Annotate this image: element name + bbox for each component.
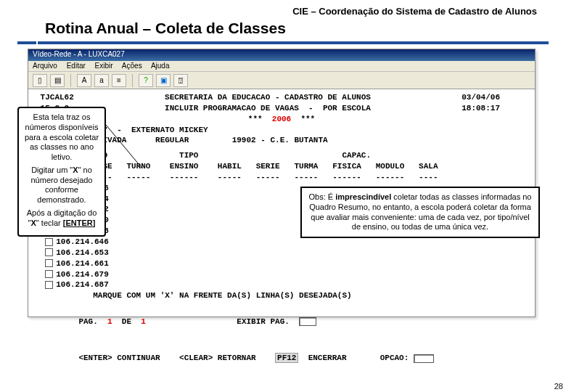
toolbar-button[interactable]: ≡ — [112, 74, 126, 87]
window-menubar[interactable]: Arquivo Editar Exibir Ações Ajuda — [28, 61, 535, 72]
toolbar-button[interactable]: ? — [139, 74, 153, 87]
row-number: 106.214.653 — [56, 248, 109, 257]
row-checkbox[interactable] — [45, 270, 53, 278]
svg-line-0 — [106, 125, 142, 168]
table-row: 106.214.687 — [36, 279, 528, 290]
annotation-left: Esta tela traz os números disponíveis pa… — [17, 107, 106, 237]
row-checkbox[interactable] — [45, 238, 53, 246]
term-year: *** 2006 *** — [36, 114, 528, 125]
table-row: 106.214.653 — [36, 248, 528, 258]
table-row: 106.214.679 — [36, 269, 528, 280]
term-mark-instruction: MARQUE COM UM 'X' NA FRENTE DA(S) LINHA(… — [36, 290, 528, 301]
annotation-lead-line — [106, 125, 142, 190]
table-row: 106.214.646 — [36, 237, 528, 248]
menu-exibir[interactable]: Exibir — [95, 62, 113, 70]
header-cie: CIE – Coordenação do Sistema de Cadastro… — [0, 0, 566, 20]
row-checkbox[interactable] — [45, 281, 53, 289]
row-number: 106.214.687 — [56, 280, 109, 289]
exibir-pag-input[interactable] — [299, 317, 316, 326]
toolbar-button[interactable]: ▣ — [156, 74, 171, 87]
stage: Esta tela traz os números disponíveis pa… — [17, 49, 549, 324]
toolbar-button[interactable]: a — [94, 74, 109, 87]
annot-left-p3: Após a digitação do "X" teclar [ENTER] — [22, 208, 102, 229]
table-row: 106.214.661 — [36, 258, 528, 269]
toolbar-button[interactable]: ▤ — [50, 74, 65, 87]
row-checkbox[interactable] — [45, 248, 53, 256]
toolbar-button[interactable]: A — [77, 74, 91, 87]
term-pagination: PAG. 1 DE 1 EXIBIR PAG. — [36, 306, 528, 338]
annot-left-p2: Digitar um "X" no número desejado confor… — [22, 166, 102, 205]
menu-ajuda[interactable]: Ajuda — [151, 62, 170, 70]
opcao-input[interactable] — [414, 354, 434, 363]
toolbar-button[interactable]: ⍰ — [173, 74, 188, 87]
slide-number: 28 — [554, 382, 563, 391]
annot-left-p1: Esta tela traz os números disponíveis pa… — [22, 113, 102, 163]
term-header-1: TJCAL62SECRETARIA DA EDUCACAO - CADASTRO… — [36, 92, 528, 103]
menu-arquivo[interactable]: Arquivo — [33, 62, 57, 70]
toolbar-button[interactable]: ▯ — [33, 74, 47, 87]
term-header-2: 15.2.2INCLUIR PROGRAMACAO DE VAGAS - POR… — [36, 103, 528, 114]
row-number: 106.214.661 — [56, 259, 109, 268]
menu-acoes[interactable]: Ações — [122, 62, 142, 70]
pf12-key: PF12 — [275, 353, 298, 363]
window-titlebar: Vídeo-Rede - A - LUXCA027 — [28, 49, 535, 61]
page-title: Rotina Anual – Coleta de Classes — [0, 20, 566, 41]
row-number: 106.214.646 — [56, 237, 109, 246]
window-toolbar: ▯ ▤ A a ≡ ? ▣ ⍰ — [28, 72, 535, 89]
title-rule — [17, 41, 549, 44]
row-number: 106.214.679 — [56, 270, 109, 279]
term-footer: <ENTER> CONTINUAR <CLEAR> RETORNAR PF12 … — [36, 343, 528, 375]
menu-editar[interactable]: Editar — [67, 62, 86, 70]
row-checkbox[interactable] — [45, 259, 53, 267]
annotation-right: Obs: É imprescindível coletar todas as c… — [300, 187, 540, 238]
